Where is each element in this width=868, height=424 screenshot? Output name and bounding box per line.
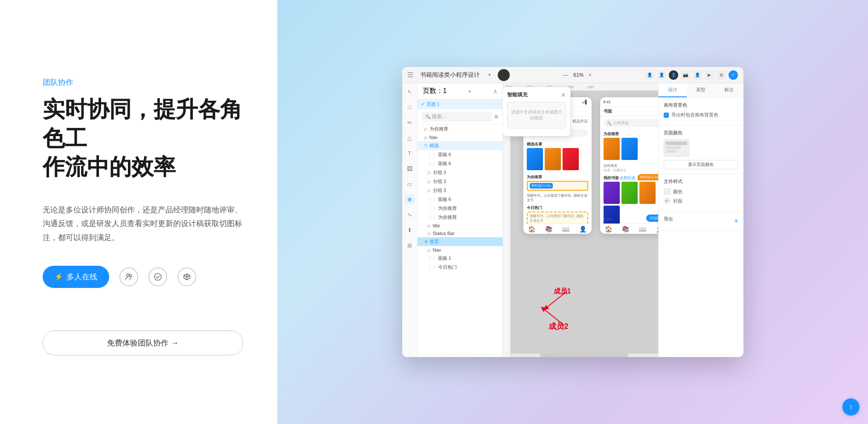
- pencil-tool[interactable]: △: [404, 133, 415, 143]
- smart-fill-close[interactable]: ✕: [561, 92, 566, 99]
- grid-icon[interactable]: ⊞: [717, 70, 726, 80]
- book-desc-left: 觉醒年代，让你更加了解历史...随机生成文字: [523, 192, 592, 203]
- cover-label: 封面: [673, 198, 682, 204]
- layer-item[interactable]: ⋮⋮ 面板 1: [418, 254, 502, 263]
- color-label: 颜色: [673, 189, 682, 195]
- props-tabs: 设计 原型 标注: [659, 83, 743, 98]
- layer-item[interactable]: ⋮⋮ 今日热门: [418, 263, 502, 272]
- svg-line-4: [543, 308, 564, 325]
- color-swatch[interactable]: [664, 188, 671, 195]
- phone-right-header: 9:41 ⊿▌: [600, 97, 658, 107]
- online-button[interactable]: ⚡ 多人在线: [43, 266, 109, 288]
- layer-item[interactable]: ▷ Nav: [418, 134, 502, 141]
- avatar-icon-2: 👤: [657, 70, 666, 80]
- member2-label: 成员2: [549, 321, 568, 331]
- chevron-up-icon[interactable]: ∧: [493, 88, 497, 95]
- play-icon[interactable]: ▶: [705, 70, 714, 80]
- file-format-section: 文件样式 颜色 🏷 封面: [659, 174, 743, 212]
- main-title: 实时协同，提升各角色工 作流中的效率: [43, 95, 243, 182]
- layer-item[interactable]: ▷ 为你推荐: [418, 125, 502, 134]
- layer-item[interactable]: ▷ Status Bar: [418, 229, 502, 237]
- titlebar: ☰ 书籍阅读类小程序设计 ▾ — 61% + 👤 👤 👤 📷 👤 ▶ ⊞ ✓: [402, 67, 743, 83]
- layer-item-jingxuan[interactable]: ▽ 精选: [418, 141, 502, 150]
- camera-icon[interactable]: 📷: [681, 70, 690, 80]
- layer-label: 为你推荐: [430, 126, 448, 132]
- frame-tool[interactable]: □: [404, 102, 415, 112]
- menu-icon[interactable]: ☰: [407, 71, 413, 79]
- section-tuijian: 为你推荐: [523, 173, 592, 181]
- layer-item[interactable]: ▷ title: [418, 222, 502, 229]
- member1-label: 成员1: [554, 287, 571, 296]
- tab-design[interactable]: 设计: [659, 83, 687, 97]
- plugin-tool[interactable]: ⊞: [404, 240, 415, 250]
- layer-item[interactable]: ▷ 分组 3: [418, 168, 502, 177]
- page-color-section: 页面颜色 显示页面颜色: [659, 125, 743, 174]
- layer-item[interactable]: ⋮⋮ 面板 6: [418, 195, 502, 204]
- left-panel: 团队协作 实时协同，提升各角色工 作流中的效率 无论是多位设计师协同创作，还是产…: [0, 0, 277, 424]
- check-icon[interactable]: [148, 267, 167, 286]
- book-grid-right-bottom: [600, 182, 658, 230]
- layers-title: 页数：1: [423, 87, 447, 96]
- right-panel: ☰ 书籍阅读类小程序设计 ▾ — 61% + 👤 👤 👤 📷 👤 ▶ ⊞ ✓ ↖: [277, 0, 868, 424]
- tab-annotation[interactable]: 标注: [715, 83, 743, 97]
- start-reading-btn[interactable]: 开始阅读: [646, 215, 658, 222]
- scroll-top-button[interactable]: ↑: [842, 398, 859, 415]
- image-tool[interactable]: 🖼: [404, 163, 415, 174]
- add-export-icon[interactable]: +: [734, 217, 738, 225]
- smart-fill-title: 智能填充: [507, 91, 528, 99]
- book-grid-left: [523, 148, 592, 173]
- filter-icon[interactable]: ⊞: [494, 114, 498, 119]
- text-tool[interactable]: T: [404, 148, 415, 158]
- canvas-area: -500 -400 -300 -200 -100 智能填充 ✕ 请选中支持填充文…: [503, 83, 658, 357]
- canvas-bg-checkbox[interactable]: ✓: [664, 113, 669, 118]
- person-add-icon[interactable]: 👤: [693, 70, 702, 80]
- pen-tool[interactable]: ✏: [404, 117, 415, 128]
- show-color-btn[interactable]: 显示页面颜色: [664, 160, 738, 169]
- layer-item[interactable]: ▷ Nav: [418, 246, 502, 254]
- section-jingxuan: 精选名著: [523, 140, 592, 148]
- trial-button[interactable]: 免费体验团队协作 →: [43, 331, 243, 355]
- avatar-icon-3: 👤: [669, 70, 678, 80]
- phone-right-search[interactable]: 🔍 云南美妆: [604, 119, 658, 127]
- brush-tool[interactable]: ∿: [404, 209, 415, 220]
- page-item[interactable]: ✓ 页面 1: [418, 99, 502, 109]
- book-r1: [604, 138, 620, 160]
- rect-tool[interactable]: ▭: [404, 179, 415, 189]
- layer-item[interactable]: ▷ 分组 3: [418, 177, 502, 186]
- layer-item[interactable]: ▷ 分组 3: [418, 186, 502, 195]
- canvas-bg-row: ✓ 导出时包含画布背景色: [664, 112, 738, 118]
- zoom-plus: +: [589, 72, 592, 78]
- phone-bottom-nav: 🏠 📚 📖 👤: [523, 224, 592, 234]
- dropdown-icon[interactable]: ▾: [488, 72, 491, 78]
- layer-item[interactable]: ⋮⋮ 为你推荐: [418, 204, 502, 213]
- color-row: 颜色: [664, 188, 738, 195]
- scrollbar-bottom[interactable]: [511, 354, 658, 357]
- component-tool[interactable]: ⊕: [404, 194, 415, 204]
- search-box[interactable]: 🔍 搜索...: [422, 112, 492, 122]
- cursor-tool[interactable]: ↖: [404, 87, 415, 97]
- svg-point-2: [154, 273, 161, 280]
- search-icon: 🔍: [425, 114, 430, 119]
- smart-fill-header: 智能填充 ✕: [507, 91, 566, 99]
- team-icon[interactable]: [119, 267, 138, 286]
- export-tool[interactable]: ⬆: [404, 225, 415, 235]
- description: 无论是多位设计师协同创作，还是产品经理随时随地评审、沟通反馈，或是研发人员查看实…: [43, 203, 243, 244]
- svg-line-3: [546, 291, 567, 308]
- section-tuijian-right: 为你推荐: [600, 130, 658, 138]
- tab-prototype[interactable]: 原型: [687, 83, 715, 97]
- cover-row: 🏷 封面: [664, 197, 738, 204]
- layer-item[interactable]: ⋮⋮ 面板 6: [418, 150, 502, 159]
- add-page-icon[interactable]: +: [468, 88, 471, 95]
- book-grid-right-top: [600, 138, 658, 163]
- action-row: ⚡ 多人在线: [43, 266, 243, 288]
- book-s1: [604, 182, 620, 204]
- layers-search: 🔍 搜索... ⊞: [418, 109, 502, 125]
- zoom-value: 61%: [572, 72, 585, 78]
- layer-item-homepage[interactable]: ⊕ 首页: [418, 237, 502, 246]
- cube-icon[interactable]: [177, 267, 196, 286]
- member1-annotation: 成员1: [537, 287, 571, 314]
- main-area: ↖ □ ✏ △ T 🖼 ▭ ⊕ ∿ ⬆ ⊞ 页数：1 + ∧: [402, 83, 743, 357]
- layer-item[interactable]: ⋮⋮ 面板 6: [418, 159, 502, 168]
- layer-item[interactable]: ⋮⋮ 为你推荐: [418, 213, 502, 222]
- export-section: 导出 +: [659, 212, 743, 230]
